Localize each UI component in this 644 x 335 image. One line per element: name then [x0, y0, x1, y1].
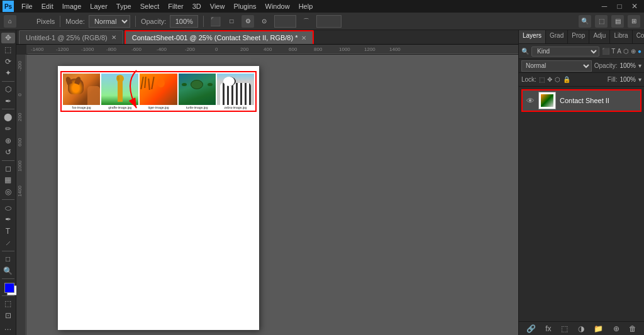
lock-all-icon[interactable]: 🔒 — [563, 76, 570, 83]
new-layer-button[interactable]: ⊕ — [613, 324, 619, 333]
panel-tab-libra[interactable]: Libra — [610, 30, 632, 43]
layer-visibility-icon[interactable]: 👁 — [526, 96, 535, 106]
delete-layer-button[interactable]: 🗑 — [629, 324, 636, 333]
lock-artboard-icon[interactable]: ⬡ — [555, 76, 560, 83]
layer-kind-select[interactable]: Kind — [531, 47, 599, 57]
angle-icon[interactable]: ⊙ — [258, 15, 270, 28]
eraser-tool[interactable]: ◻ — [1, 163, 15, 173]
menu-plugins[interactable]: Plugins — [230, 1, 260, 11]
quick-mask-tool[interactable]: ⬚ — [1, 299, 15, 309]
tool-separator1 — [2, 81, 14, 82]
menu-filter[interactable]: Filter — [164, 1, 187, 11]
menu-layer[interactable]: Layer — [86, 1, 111, 11]
tab-contactsheet[interactable]: ContactSheet-001 @ 25% (Contact Sheet II… — [125, 30, 314, 44]
maximize-button[interactable]: □ — [613, 0, 626, 13]
curve-icon[interactable]: ⌒ — [300, 15, 313, 28]
history-brush-tool[interactable]: ↺ — [1, 147, 15, 158]
fx-button[interactable]: fx — [545, 324, 551, 333]
main-area: ✥ ⬚ ⟳ ✦ ⬡ ✒ ⬤ ✏ ⊕ ↺ ◻ ▦ ◎ ⬭ ✒ T ⟋ □ 🔍 ⬚ … — [0, 30, 644, 335]
svg-text:800: 800 — [314, 47, 323, 52]
menu-type[interactable]: Type — [113, 1, 135, 11]
svg-text:200: 200 — [240, 47, 249, 52]
turtle-image — [179, 74, 216, 105]
menubar: Ps File Edit Image Layer Type Select Fil… — [0, 0, 644, 13]
move-tool[interactable]: ✥ — [1, 33, 15, 43]
panel-tab-grad[interactable]: Grad — [546, 30, 568, 43]
separator2 — [135, 16, 136, 27]
brush-icon[interactable] — [20, 15, 33, 28]
filter-toggle[interactable]: ● — [638, 48, 641, 55]
shape-tool[interactable]: □ — [1, 254, 15, 265]
adjustment-button[interactable]: ◑ — [578, 324, 584, 333]
selection-tool[interactable]: ⬚ — [1, 45, 15, 55]
filter-type-icon[interactable]: A — [617, 48, 621, 55]
mode-select[interactable]: Normal — [89, 15, 130, 28]
menu-select[interactable]: Select — [136, 1, 164, 11]
menu-help[interactable]: Help — [295, 1, 317, 11]
menu-view[interactable]: View — [206, 1, 229, 11]
menu-3d[interactable]: 3D — [189, 1, 205, 11]
opacity-chevron[interactable]: ▾ — [638, 62, 641, 69]
menu-image[interactable]: Image — [58, 1, 86, 11]
panel-tab-layers[interactable]: Layers — [519, 30, 546, 43]
panel-tab-color[interactable]: Color — [633, 30, 644, 43]
value2-input[interactable]: 0 px — [316, 15, 341, 28]
brush-tool[interactable]: ✏ — [1, 123, 15, 134]
filter-smart-icon[interactable]: ⊕ — [631, 48, 636, 55]
workspace-icon[interactable]: ⊞ — [628, 15, 640, 28]
gradient-tool[interactable]: ▦ — [1, 175, 15, 185]
layout-icon[interactable]: ⬚ — [595, 15, 608, 28]
lock-checkerboard-icon[interactable]: ⬚ — [539, 76, 545, 83]
tab-untitled-close[interactable]: ✕ — [111, 34, 116, 41]
tiger-image — [140, 74, 177, 105]
options-icon1[interactable]: ⬛ — [209, 15, 221, 28]
screen-mode-tool[interactable]: ⊡ — [1, 310, 15, 321]
pen-tool[interactable]: ✒ — [1, 214, 15, 225]
panel-tab-prop[interactable]: Prop — [568, 30, 589, 43]
filter-adj-icon[interactable]: T — [611, 48, 615, 55]
doc-with-ruler: -1400 -1200 -1000 -800 -600 -400 -200 0 … — [16, 45, 518, 335]
menu-file[interactable]: File — [18, 1, 36, 11]
layer-item-contactsheet[interactable]: 👁 Contact Sheet II — [521, 89, 641, 112]
tab-untitled[interactable]: Untitled-1 @ 25% (RGB/8) ✕ — [19, 30, 123, 44]
blend-mode-select[interactable]: Normal — [521, 60, 592, 72]
link-layers-button[interactable]: 🔗 — [526, 324, 536, 333]
zoom-tool[interactable]: 🔍 — [1, 265, 15, 276]
minimize-button[interactable]: ─ — [597, 0, 611, 13]
foreground-color-swatch[interactable] — [4, 283, 14, 293]
opacity-input[interactable] — [170, 15, 198, 28]
fill-label: Fill: — [608, 76, 618, 83]
path-tool[interactable]: ⟋ — [1, 238, 15, 248]
lock-position-icon[interactable]: ✥ — [547, 76, 552, 83]
blur-tool[interactable]: ◎ — [1, 187, 15, 197]
crop-tool[interactable]: ⬡ — [1, 84, 15, 95]
more-tools[interactable]: … — [1, 322, 15, 332]
healing-tool[interactable]: ⬤ — [1, 112, 15, 123]
fox-label: fox-image.jpg — [72, 106, 91, 109]
menu-edit[interactable]: Edit — [38, 1, 57, 11]
settings-icon[interactable]: ⚙ — [242, 15, 254, 28]
fill-chevron[interactable]: ▾ — [638, 76, 641, 83]
filter-shape-icon[interactable]: ⬡ — [623, 48, 629, 55]
text-tool[interactable]: T — [1, 226, 15, 237]
tab-contactsheet-close[interactable]: ✕ — [301, 35, 306, 41]
panels-icon[interactable]: ▤ — [611, 15, 624, 28]
home-icon[interactable]: ⌂ — [4, 15, 16, 28]
mask-button[interactable]: ⬚ — [561, 324, 568, 333]
value1-input[interactable]: 110 — [274, 15, 296, 28]
panel-tab-adju[interactable]: Adju — [589, 30, 610, 43]
folder-button[interactable]: 📁 — [594, 324, 603, 333]
search-icon[interactable]: 🔍 — [579, 15, 591, 28]
filter-pixel-icon[interactable]: ⬛ — [602, 48, 609, 55]
stamp-tool[interactable]: ⊕ — [1, 135, 15, 146]
ruler-corner — [16, 45, 26, 55]
menu-window[interactable]: Window — [262, 1, 294, 11]
eyedropper-tool[interactable]: ✒ — [1, 96, 15, 106]
lasso-tool[interactable]: ⟳ — [1, 56, 15, 67]
ps-logo: Ps — [3, 1, 14, 12]
magic-wand-tool[interactable]: ✦ — [1, 68, 15, 79]
options-icon2[interactable]: □ — [225, 15, 238, 28]
dodge-tool[interactable]: ⬭ — [1, 202, 15, 213]
color-swatches[interactable] — [1, 282, 15, 293]
close-button[interactable]: ✕ — [628, 0, 641, 13]
